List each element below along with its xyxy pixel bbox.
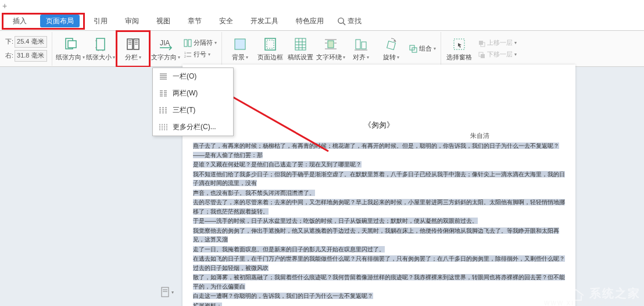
selection-pane-icon bbox=[451, 36, 467, 52]
tab-featured[interactable]: 特色应用 bbox=[290, 14, 330, 29]
tab-page-layout[interactable]: 页面布局 bbox=[40, 15, 80, 27]
tab-security[interactable]: 安全 bbox=[213, 14, 239, 29]
workspace: ▾ 《匆匆》 朱自清 燕子去了，有再来的时候；杨柳枯了，有再青的时候；桃花谢了，… bbox=[0, 67, 644, 306]
watermark: 系统之家 bbox=[566, 285, 641, 301]
margin-right-input[interactable]: 31.8 毫米 bbox=[15, 50, 47, 62]
doc-p6: 扩展资料： bbox=[193, 303, 222, 307]
columns-label: 分栏 bbox=[125, 53, 138, 62]
svg-rect-29 bbox=[328, 41, 334, 48]
text-direction-label: 文字方向 bbox=[151, 53, 177, 62]
text-wrap-label: 文字环绕 bbox=[316, 53, 342, 62]
watermark-brand: 系统之家 bbox=[589, 286, 641, 301]
tab-dev-tools[interactable]: 开发工具 bbox=[245, 14, 284, 29]
breaks-button[interactable]: 分隔符▾ bbox=[184, 38, 217, 48]
page-nav-dropdown-icon[interactable]: ▾ bbox=[171, 290, 174, 295]
doc-p4b: 走了一日。我掩着面叹息。但是新来的日子的影儿又开始在叹息里闪过了。 bbox=[193, 246, 385, 252]
page-nav-icon[interactable] bbox=[160, 287, 170, 297]
doc-p1: 燕子去了，有再来的时候；杨柳枯了，有再青的时候；桃花谢了，有再开的时候。但是，聪… bbox=[193, 143, 559, 158]
text-wrap-button[interactable]: 文字环绕▾ bbox=[316, 33, 346, 65]
text-direction-icon: JIA bbox=[158, 36, 174, 52]
svg-rect-14 bbox=[184, 40, 187, 47]
ribbon: 下: 25.4 毫米 右: 31.8 毫米 纸张方向▾ 纸张大小▾ 分栏▾ JI… bbox=[0, 31, 644, 67]
document-title: 《匆匆》 bbox=[193, 120, 565, 130]
columns-two-item[interactable]: 两栏(W) bbox=[153, 85, 233, 102]
line-numbers-label: 行号 bbox=[194, 50, 206, 59]
paper-size-button[interactable]: 纸张大小▾ bbox=[85, 33, 116, 65]
svg-rect-87 bbox=[162, 287, 169, 297]
search-label: 查找 bbox=[348, 16, 362, 26]
svg-rect-3 bbox=[68, 41, 76, 48]
page-border-button[interactable]: 页面边框 bbox=[255, 33, 285, 65]
page-border-label: 页面边框 bbox=[257, 53, 283, 62]
align-label: 对齐 bbox=[353, 53, 366, 62]
bring-forward-label: 上移一层 bbox=[487, 38, 513, 47]
tab-insert[interactable]: 插入 bbox=[7, 15, 33, 27]
group-button[interactable]: 组合▾ bbox=[409, 44, 436, 54]
text-wrap-icon bbox=[323, 36, 339, 52]
margin-group: 下: 25.4 毫米 右: 31.8 毫米 bbox=[5, 32, 52, 66]
margin-top-label: 下: bbox=[5, 37, 13, 46]
orientation-label: 纸张方向 bbox=[56, 53, 81, 62]
rotate-icon bbox=[383, 36, 399, 52]
svg-text:JIA: JIA bbox=[160, 39, 170, 47]
tab-view[interactable]: 视图 bbox=[151, 14, 176, 29]
paper-size-icon bbox=[92, 36, 109, 52]
align-button[interactable]: 对齐▾ bbox=[346, 33, 376, 65]
search-icon bbox=[337, 17, 346, 26]
tab-references[interactable]: 引用 bbox=[88, 14, 113, 29]
breaks-label: 分隔符 bbox=[194, 38, 213, 47]
rotate-button[interactable]: 旋转▾ bbox=[376, 33, 406, 65]
watermark-logo-icon bbox=[566, 285, 586, 301]
one-column-icon bbox=[159, 73, 168, 81]
svg-rect-34 bbox=[356, 40, 360, 49]
svg-rect-15 bbox=[188, 40, 191, 47]
rotate-label: 旋转 bbox=[383, 53, 396, 62]
orientation-icon bbox=[62, 36, 78, 52]
group-label: 组合 bbox=[419, 44, 432, 53]
paper-size-label: 纸张大小 bbox=[86, 53, 112, 62]
doc-p3: 去的尽管去了，来的尽管来着；去来的中间，又怎样地匆匆呢？早上我起来的时候，小屋里… bbox=[193, 199, 565, 215]
margin-right-label: 右: bbox=[5, 51, 13, 60]
svg-text:2: 2 bbox=[184, 55, 186, 58]
margin-top-input[interactable]: 25.4 毫米 bbox=[15, 36, 47, 48]
text-direction-button[interactable]: JIA 文字方向▾ bbox=[151, 33, 181, 65]
three-column-icon bbox=[159, 106, 168, 115]
insert-tab-icon[interactable]: + bbox=[2, 1, 7, 10]
columns-more-item[interactable]: 更多分栏(C)... bbox=[153, 119, 233, 136]
columns-three-item[interactable]: 三栏(T) bbox=[153, 102, 233, 119]
svg-point-0 bbox=[338, 17, 344, 23]
document-page[interactable]: 《匆匆》 朱自清 燕子去了，有再来的时候；杨柳枯了，有再青的时候；桃花谢了，有再… bbox=[183, 65, 575, 306]
svg-rect-35 bbox=[362, 42, 366, 49]
tab-review[interactable]: 审阅 bbox=[119, 14, 145, 29]
grid-settings-button[interactable]: 稿纸设置 bbox=[285, 33, 316, 65]
line-numbers-button[interactable]: 12 行号▾ bbox=[184, 49, 217, 60]
background-icon bbox=[232, 36, 248, 52]
background-button[interactable]: 背景▾ bbox=[225, 33, 255, 65]
svg-rect-20 bbox=[235, 39, 245, 49]
search-button[interactable]: 查找 bbox=[337, 16, 362, 26]
more-columns-icon bbox=[159, 123, 168, 131]
tab-bar: 插入 页面布局 引用 审阅 视图 章节 安全 开发工具 特色应用 查找 bbox=[0, 12, 644, 31]
selection-pane-button[interactable]: 选择窗格 bbox=[444, 33, 474, 65]
doc-p2b: 声音，也没有影子。我不禁头涔涔而泪潸潸了。 bbox=[193, 190, 315, 196]
doc-p3b: 于是——洗手的时候，日子从水盆里过去；吃饭的时候，日子从饭碗里过去；默默时，便从… bbox=[193, 218, 478, 224]
document-author: 朱自清 bbox=[193, 131, 489, 140]
columns-one-item[interactable]: 一栏(O) bbox=[153, 68, 233, 85]
send-backward-button[interactable]: 下移一层▾ bbox=[477, 49, 517, 60]
background-label: 背景 bbox=[232, 53, 245, 62]
watermark-url: WWW.XITONGZHIJIA.NET bbox=[544, 300, 638, 306]
svg-rect-22 bbox=[267, 40, 274, 48]
doc-p5b: 散了，如薄雾，被初阳蒸融了；我留着些什么痕迹呢？我何曾留着像游丝样的痕迹呢？我赤… bbox=[193, 274, 565, 290]
columns-more-label: 更多分栏(C)... bbox=[173, 122, 216, 132]
selection-pane-label: 选择窗格 bbox=[446, 53, 472, 62]
bring-forward-icon bbox=[477, 39, 485, 47]
bring-forward-button[interactable]: 上移一层▾ bbox=[477, 38, 517, 48]
doc-p1b: 是谁？又藏在何处呢？是他们自己逃走了罢：现在又到了哪里呢？ bbox=[193, 161, 362, 168]
tab-sections[interactable]: 章节 bbox=[182, 14, 207, 29]
columns-button[interactable]: 分栏▾ bbox=[118, 33, 148, 65]
orientation-button[interactable]: 纸张方向▾ bbox=[55, 33, 85, 65]
columns-three-label: 三栏(T) bbox=[173, 105, 195, 115]
grid-settings-label: 稿纸设置 bbox=[288, 53, 313, 62]
doc-p5c: 白走这一遭啊？你聪明的，告诉我，我们的日子为什么一去不复返呢？ bbox=[193, 293, 373, 299]
columns-icon bbox=[125, 36, 141, 52]
